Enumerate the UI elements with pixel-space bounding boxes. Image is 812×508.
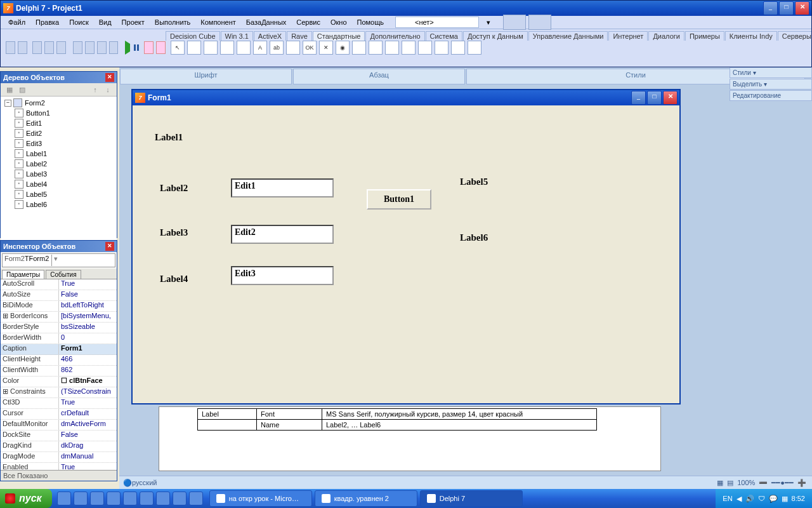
label1[interactable]: Label1	[155, 132, 183, 143]
taskbar-item[interactable]: Delphi 7	[420, 490, 523, 507]
tray-icon[interactable]: 🛡	[758, 495, 765, 502]
ql-icon[interactable]	[74, 491, 88, 505]
property-row[interactable]: EnabledTrue	[1, 463, 117, 470]
tree-tool-icon[interactable]: ▦	[4, 84, 15, 95]
inspector-tab-properties[interactable]: Параметры	[2, 270, 44, 279]
component-tab[interactable]: Примеры	[685, 31, 724, 41]
form-icon[interactable]	[73, 41, 82, 54]
property-row[interactable]: ClientWidth862	[1, 366, 117, 377]
tray-icon[interactable]: ▦	[782, 495, 788, 503]
menu-help[interactable]: Помощь	[352, 17, 390, 27]
project-combo[interactable]: <нет>	[395, 17, 479, 28]
pause-button[interactable]	[133, 44, 140, 51]
component-tab[interactable]: Доступ к Данным	[463, 31, 528, 41]
property-row[interactable]: DragModedmManual	[1, 452, 117, 463]
taskbar-item[interactable]: на откр урок - Micro…	[209, 490, 312, 507]
property-row[interactable]: AutoScrollTrue	[1, 279, 117, 290]
component-tab[interactable]: Диалоги	[648, 31, 684, 41]
menu-project[interactable]: Проект	[117, 17, 150, 27]
property-row[interactable]: ⊞ BorderIcons[biSystemMenu,	[1, 312, 117, 323]
menu-database[interactable]: БазаДанных	[241, 17, 292, 27]
property-row[interactable]: AutoSizeFalse	[1, 290, 117, 301]
ql-icon[interactable]	[156, 491, 170, 505]
form-designer-window[interactable]: 7 Form1 _ □ ✕ Label1 Label2 Label3 Label…	[131, 89, 681, 404]
palette-icon[interactable]	[352, 41, 366, 55]
edit1[interactable]: Edit1	[231, 178, 334, 197]
tree-tool-icon[interactable]: ▨	[17, 84, 27, 95]
tray-icon[interactable]: 💬	[769, 495, 778, 503]
main-menu[interactable]: Файл Правка Поиск Вид Проект Выполнить К…	[1, 16, 811, 29]
side-select[interactable]: Выделить ▾	[730, 79, 812, 90]
property-row[interactable]: Ctl3DTrue	[1, 398, 117, 409]
component-tab[interactable]: Стандартные	[313, 31, 365, 41]
save-icon[interactable]	[32, 41, 42, 54]
menu-run[interactable]: Выполнить	[150, 17, 195, 27]
ql-icon[interactable]	[90, 491, 104, 505]
saveall-icon[interactable]	[44, 41, 54, 54]
menu-component[interactable]: Компонент	[195, 17, 240, 27]
edit3[interactable]: Edit3	[231, 266, 334, 285]
label4[interactable]: Label4	[160, 274, 188, 284]
menu-view[interactable]: Вид	[94, 17, 117, 27]
palette-icon[interactable]	[204, 41, 218, 55]
tray-lang[interactable]: EN	[723, 495, 732, 502]
unit-icon[interactable]	[85, 41, 95, 54]
palette-icon[interactable]	[418, 41, 432, 55]
tree-up-icon[interactable]: ↑	[90, 84, 100, 95]
open-icon[interactable]	[18, 41, 27, 54]
component-tab[interactable]: Управление Данными	[528, 31, 608, 41]
quick-launch[interactable]	[56, 491, 204, 505]
start-button[interactable]: пуск	[0, 489, 52, 508]
component-palette[interactable]: ↖AabOK✕◉	[167, 41, 483, 55]
tree-item[interactable]: ▪Edit2	[2, 128, 115, 138]
newform-icon[interactable]	[109, 41, 119, 54]
property-row[interactable]: BorderWidth0	[1, 333, 117, 344]
property-row[interactable]: ClientHeight466	[1, 355, 117, 366]
property-row[interactable]: BiDiModebdLeftToRight	[1, 301, 117, 312]
component-tabs[interactable]: Decision CubeWin 3.1ActiveXRaveСтандартн…	[1, 29, 811, 41]
run-button[interactable]	[123, 44, 130, 51]
menu-edit[interactable]: Правка	[30, 17, 64, 27]
tree-item[interactable]: ▪Label6	[2, 199, 115, 210]
openproj-icon[interactable]	[56, 41, 66, 54]
palette-icon[interactable]	[237, 41, 251, 55]
component-tab[interactable]: Система	[426, 31, 462, 41]
component-tab[interactable]: ActiveX	[254, 31, 286, 41]
tray-clock[interactable]: 8:52	[792, 495, 805, 502]
component-tab[interactable]: Дополнительно	[365, 31, 424, 41]
arrow-tool-icon[interactable]: ↖	[171, 41, 185, 55]
property-row[interactable]: CursorcrDefault	[1, 409, 117, 420]
menu-tools[interactable]: Сервис	[291, 17, 325, 27]
step-icon[interactable]	[156, 41, 166, 54]
form-minimize-button[interactable]: _	[631, 91, 646, 105]
property-row[interactable]: DockSiteFalse	[1, 431, 117, 441]
tree-item[interactable]: ▪Label5	[2, 189, 115, 199]
property-row[interactable]: DragKinddkDrag	[1, 441, 117, 452]
tree-down-icon[interactable]: ↓	[103, 84, 113, 95]
toggle-icon[interactable]	[97, 41, 107, 54]
tb-icon[interactable]	[503, 15, 526, 30]
inspector-property-grid[interactable]: AutoScrollTrueAutoSizeFalseBiDiModebdLef…	[1, 279, 117, 470]
tree-item[interactable]: ▪Edit1	[2, 118, 115, 128]
maximize-button[interactable]: □	[779, 1, 794, 15]
inspector-tab-events[interactable]: События	[46, 270, 81, 279]
ql-icon[interactable]	[173, 491, 187, 505]
label3[interactable]: Label3	[160, 227, 188, 238]
tree-item[interactable]: ▪Label4	[2, 179, 115, 189]
design-surface[interactable]: Label1 Label2 Label3 Label4 Label5 Label…	[133, 105, 679, 403]
component-tab[interactable]: Серверы	[778, 31, 811, 41]
tree-item[interactable]: ▪Label3	[2, 169, 115, 179]
palette-icon[interactable]: OK	[303, 41, 317, 55]
new-icon[interactable]	[6, 41, 15, 54]
inspector-object-select[interactable]: Form2TForm2 ▾	[2, 253, 115, 267]
tree-root[interactable]: −Form2	[2, 98, 115, 108]
form-close-button[interactable]: ✕	[663, 91, 678, 105]
component-tab[interactable]: Интернет	[608, 31, 648, 41]
palette-icon[interactable]	[187, 41, 201, 55]
label2[interactable]: Label2	[160, 183, 188, 194]
panel-close-icon[interactable]: ✕	[105, 242, 114, 251]
property-row[interactable]: ⊞ Constraints(TSizeConstrain	[1, 387, 117, 398]
property-row[interactable]: BorderStylebsSizeable	[1, 323, 117, 333]
palette-icon[interactable]	[385, 41, 399, 55]
tb-icon[interactable]	[528, 15, 551, 30]
